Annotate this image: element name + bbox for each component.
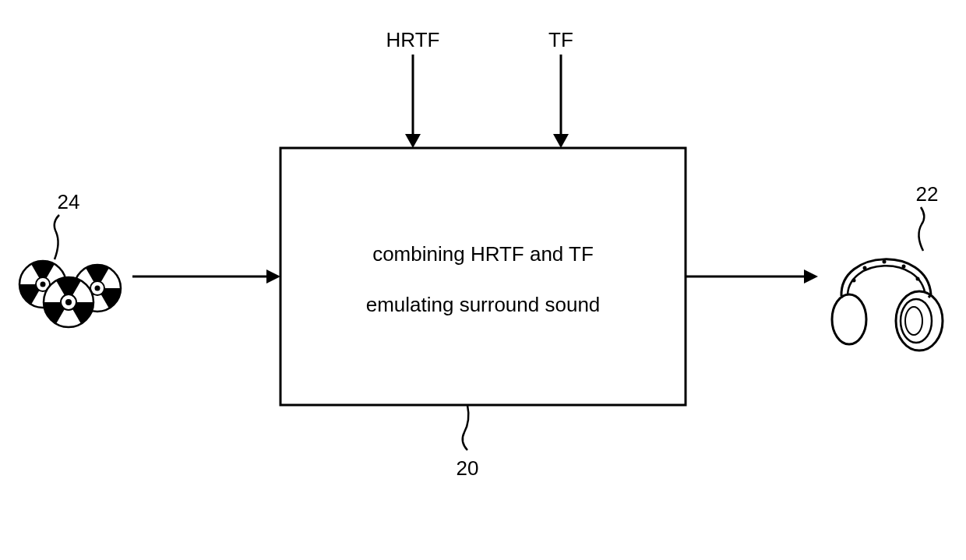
ref-source-label: 24 — [58, 190, 80, 213]
ref-headphones-label: 22 — [916, 182, 939, 206]
arrow-box-to-headphones — [686, 269, 818, 284]
svg-point-23 — [832, 294, 866, 344]
svg-marker-6 — [266, 269, 280, 284]
svg-marker-2 — [405, 134, 421, 148]
svg-line-27 — [841, 296, 843, 298]
svg-point-26 — [905, 307, 922, 335]
ref-box-label: 20 — [457, 456, 479, 480]
box-text-line2: emulating surround sound — [366, 293, 601, 316]
svg-point-18 — [852, 279, 856, 283]
ref-box: 20 — [457, 405, 479, 480]
hrtf-label: HRTF — [386, 28, 440, 51]
svg-point-11 — [41, 282, 46, 287]
ref-source: 24 — [55, 190, 80, 259]
svg-point-19 — [863, 266, 867, 270]
input-tf: TF — [548, 28, 573, 148]
ref-headphones: 22 — [916, 182, 939, 251]
svg-point-20 — [883, 260, 887, 264]
arrow-source-to-box — [132, 269, 280, 284]
svg-point-21 — [902, 265, 906, 269]
input-hrtf: HRTF — [386, 28, 440, 148]
svg-point-17 — [65, 299, 72, 305]
tf-label: TF — [548, 28, 573, 51]
svg-rect-0 — [280, 148, 686, 405]
headphones-icon — [832, 259, 943, 350]
audio-source-icon — [19, 261, 121, 327]
box-text-line1: combining HRTF and TF — [372, 242, 594, 266]
processing-block: combining HRTF and TF emulating surround… — [280, 148, 686, 405]
diagram-canvas: combining HRTF and TF emulating surround… — [0, 0, 966, 560]
svg-point-22 — [916, 277, 920, 281]
svg-marker-8 — [804, 269, 818, 284]
svg-marker-4 — [553, 134, 569, 148]
svg-point-14 — [95, 286, 100, 291]
